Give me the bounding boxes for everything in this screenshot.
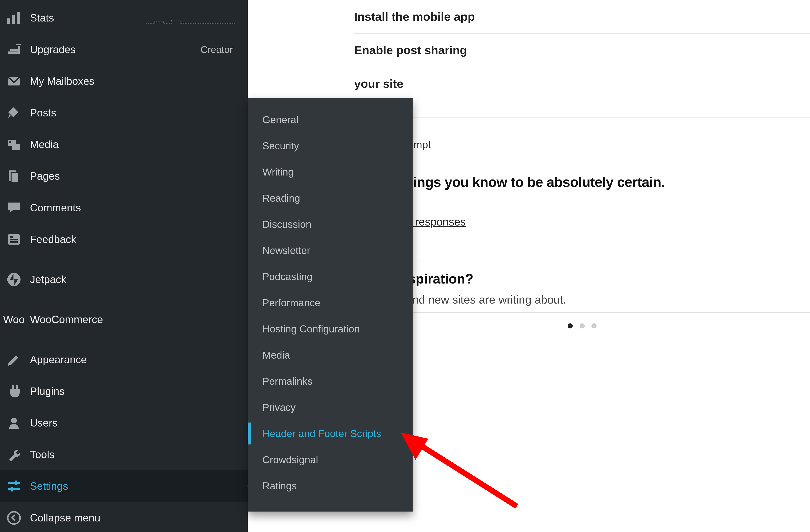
sidebar-item-pages[interactable]: Pages [0, 160, 248, 192]
writing-prompt-card: ly writing prompt List 10 things you kno… [354, 117, 810, 256]
sidebar-item-label: Media [30, 139, 59, 150]
submenu-writing[interactable]: Writing [248, 159, 412, 185]
sidebar-item-jetpack[interactable]: Jetpack [0, 264, 248, 295]
sidebar-item-label: Pages [30, 170, 60, 182]
sidebar-item-label: Collapse menu [30, 512, 100, 524]
submenu-crowdsignal[interactable]: Crowdsignal [248, 447, 412, 473]
submenu-label: Privacy [262, 402, 295, 413]
sidebar-item-label: Plugins [30, 385, 65, 398]
task-your-site[interactable]: your site [354, 67, 810, 100]
submenu-podcasting[interactable]: Podcasting [248, 263, 412, 290]
task-label: Install the mobile app [354, 10, 475, 23]
inspiration-card: ng for inspiration? at other brand new s… [354, 256, 810, 313]
submenu-permalinks[interactable]: Permalinks [248, 368, 412, 394]
settings-icon [6, 479, 21, 494]
submenu-media[interactable]: Media [248, 342, 412, 368]
plan-badge: Creator [200, 44, 233, 55]
submenu-label: Hosting Configuration [262, 323, 360, 335]
sidebar-item-label: My Mailboxes [30, 75, 95, 87]
stats-sparkline [146, 12, 235, 24]
sidebar-item-label: Settings [30, 480, 68, 492]
submenu-security[interactable]: Security [248, 133, 412, 159]
submenu-label: Crowdsignal [262, 454, 318, 466]
submenu-performance[interactable]: Performance [248, 290, 412, 316]
pages-icon [6, 168, 21, 184]
mail-icon [6, 74, 21, 89]
sidebar-item-stats[interactable]: Stats [0, 2, 248, 34]
sidebar-item-comments[interactable]: Comments [0, 192, 248, 224]
feedback-icon [6, 232, 21, 247]
sidebar-item-posts[interactable]: Posts [0, 97, 248, 129]
sidebar-item-label: Comments [30, 201, 81, 214]
submenu-reading[interactable]: Reading [248, 185, 412, 211]
submenu-general[interactable]: General [248, 107, 412, 133]
pager-dot-1[interactable] [568, 323, 573, 328]
prompt-actions: View all responses [354, 215, 810, 230]
sidebar-item-mailboxes[interactable]: My Mailboxes [0, 65, 248, 97]
cart-icon [6, 42, 21, 57]
inspiration-heading: ng for inspiration? [354, 271, 810, 287]
sidebar-item-label: Tools [30, 449, 55, 461]
submenu-discussion[interactable]: Discussion [248, 211, 412, 237]
submenu-label: Reading [262, 192, 300, 204]
brush-icon [6, 352, 21, 367]
sidebar-item-label: Stats [30, 12, 54, 24]
sidebar-item-label: Appearance [30, 354, 87, 366]
sidebar-item-tools[interactable]: Tools [0, 439, 248, 470]
sidebar-item-label: Jetpack [30, 273, 66, 286]
jetpack-icon [6, 272, 21, 287]
sidebar-item-label: Feedback [30, 233, 76, 245]
submenu-label: Newsletter [262, 245, 310, 256]
submenu-header-footer-scripts[interactable]: Header and Footer Scripts [248, 420, 412, 447]
sidebar-item-media[interactable]: Media [0, 129, 248, 160]
collapse-icon [6, 510, 21, 526]
sidebar-item-label: Posts [30, 107, 56, 119]
media-icon [6, 137, 21, 152]
sidebar-item-settings[interactable]: Settings [0, 470, 248, 502]
pin-icon [6, 105, 21, 120]
submenu-label: Podcasting [262, 271, 313, 283]
submenu-label: Media [262, 349, 290, 361]
inspiration-subtext: at other brand new sites are writing abo… [354, 293, 810, 306]
admin-sidebar: Stats Upgrades Creator My Mailboxes Post… [0, 0, 248, 532]
comments-icon [6, 200, 21, 215]
woo-icon: Woo [6, 312, 21, 327]
settings-submenu: General Security Writing Reading Discuss… [248, 98, 412, 512]
sidebar-item-users[interactable]: Users [0, 407, 248, 439]
pager-dot-3[interactable] [592, 323, 597, 328]
dashboard-panel: Install the mobile app Enable post shari… [354, 0, 810, 329]
submenu-label: General [262, 114, 298, 126]
wrench-icon [6, 447, 21, 462]
submenu-label: Security [262, 140, 299, 152]
submenu-label: Discussion [262, 219, 311, 230]
sidebar-item-woocommerce[interactable]: Woo WooCommerce [0, 304, 248, 335]
task-enable-sharing[interactable]: Enable post sharing [354, 33, 810, 67]
plugin-icon [6, 384, 21, 399]
sidebar-item-label: Upgrades [30, 44, 76, 56]
sidebar-item-appearance[interactable]: Appearance [0, 344, 248, 375]
pager-dots [354, 323, 810, 329]
task-install-app[interactable]: Install the mobile app [354, 0, 810, 33]
submenu-privacy[interactable]: Privacy [248, 394, 412, 420]
task-label: your site [354, 77, 403, 90]
submenu-hosting-config[interactable]: Hosting Configuration [248, 316, 412, 342]
stats-icon [6, 10, 21, 26]
submenu-label: Permalinks [262, 375, 312, 387]
submenu-label: Ratings [262, 480, 297, 492]
submenu-label: Performance [262, 297, 320, 309]
prompt-title: List 10 things you know to be absolutely… [354, 174, 810, 190]
submenu-label: Header and Footer Scripts [262, 428, 381, 439]
sidebar-item-upgrades[interactable]: Upgrades Creator [0, 34, 248, 65]
submenu-ratings[interactable]: Ratings [248, 473, 412, 499]
sidebar-item-label: WooCommerce [30, 313, 103, 326]
sidebar-item-collapse[interactable]: Collapse menu [0, 502, 248, 532]
pager-dot-2[interactable] [580, 323, 585, 328]
task-label: Enable post sharing [354, 44, 467, 57]
submenu-newsletter[interactable]: Newsletter [248, 237, 412, 263]
sidebar-item-feedback[interactable]: Feedback [0, 224, 248, 255]
prompt-heading: ly writing prompt [354, 139, 810, 151]
sidebar-item-plugins[interactable]: Plugins [0, 375, 248, 407]
sidebar-item-label: Users [30, 417, 58, 429]
submenu-label: Writing [262, 166, 294, 178]
users-icon [6, 415, 21, 431]
